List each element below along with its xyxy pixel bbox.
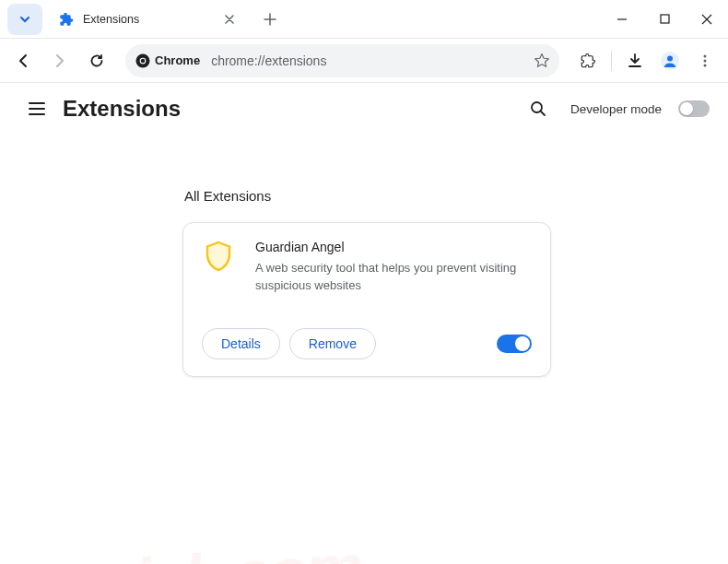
extension-row: Guardian Angel A web security tool that … — [202, 240, 532, 295]
svg-point-3 — [141, 58, 146, 63]
maximize-icon — [660, 14, 670, 24]
arrow-right-icon — [52, 53, 68, 69]
close-icon — [701, 14, 712, 25]
window-close-button[interactable] — [686, 0, 728, 39]
back-button[interactable] — [7, 45, 39, 76]
svg-point-5 — [667, 55, 673, 61]
forward-button[interactable] — [44, 45, 76, 76]
omnibox-url: chrome://extensions — [211, 53, 534, 68]
toolbar-right — [572, 45, 721, 76]
profile-icon — [660, 51, 680, 71]
omnibox[interactable]: Chrome chrome://extensions — [125, 44, 559, 77]
arrow-left-icon — [15, 53, 31, 69]
plus-icon — [264, 13, 276, 26]
extension-card: Guardian Angel A web security tool that … — [182, 222, 551, 377]
tab-search-button[interactable] — [7, 4, 42, 35]
window-minimize-button[interactable] — [601, 0, 643, 39]
reload-icon — [88, 53, 105, 69]
svg-rect-0 — [661, 15, 669, 23]
close-icon — [225, 15, 234, 24]
hamburger-icon — [28, 100, 46, 118]
page-title: Extensions — [63, 96, 181, 122]
page-header: Extensions Developer mode — [0, 83, 728, 135]
developer-mode-toggle[interactable] — [678, 100, 710, 117]
search-extensions-button[interactable] — [523, 93, 554, 124]
page-header-right: Developer mode — [523, 93, 710, 124]
star-icon — [534, 53, 550, 69]
bookmark-button[interactable] — [534, 53, 550, 69]
extension-name: Guardian Angel — [255, 240, 532, 254]
extension-icon — [59, 12, 74, 27]
separator — [611, 51, 612, 71]
downloads-button[interactable] — [619, 45, 651, 76]
extension-description: A web security tool that helps you preve… — [255, 260, 532, 295]
shield-icon — [202, 240, 235, 273]
content: risk.com All Extensions Guardian Angel A… — [0, 188, 728, 377]
remove-button[interactable]: Remove — [289, 328, 376, 359]
details-button[interactable]: Details — [202, 328, 280, 359]
puzzle-icon — [580, 53, 596, 69]
watermark-text: risk.com — [109, 530, 364, 564]
menu-button[interactable] — [689, 45, 721, 76]
window-controls — [601, 0, 728, 39]
extensions-button[interactable] — [572, 45, 604, 76]
omnibox-scheme-label: Chrome — [155, 53, 200, 67]
toolbar: Chrome chrome://extensions — [0, 39, 728, 83]
profile-button[interactable] — [654, 45, 686, 76]
developer-mode-label: Developer mode — [570, 102, 662, 116]
browser-tab[interactable]: Extensions — [48, 4, 249, 35]
dots-vertical-icon — [698, 53, 712, 68]
extension-actions: Details Remove — [202, 328, 532, 359]
titlebar-left: Extensions — [0, 0, 284, 38]
tab-close-button[interactable] — [221, 11, 238, 28]
reload-button[interactable] — [81, 45, 112, 76]
svg-point-6 — [704, 54, 707, 57]
svg-point-8 — [704, 64, 707, 66]
svg-point-7 — [704, 59, 707, 62]
titlebar: Extensions — [0, 0, 728, 39]
download-icon — [627, 53, 643, 69]
search-icon — [529, 100, 547, 118]
extension-info: Guardian Angel A web security tool that … — [255, 240, 532, 295]
hamburger-button[interactable] — [18, 90, 55, 127]
minimize-icon — [616, 14, 628, 25]
svg-point-9 — [532, 102, 542, 112]
chevron-down-icon — [19, 14, 30, 25]
window-maximize-button[interactable] — [643, 0, 686, 39]
section-title: All Extensions — [184, 188, 728, 204]
chrome-icon — [135, 53, 151, 69]
new-tab-button[interactable] — [256, 6, 284, 33]
extension-enable-toggle[interactable] — [497, 335, 532, 353]
tab-title: Extensions — [83, 13, 216, 26]
